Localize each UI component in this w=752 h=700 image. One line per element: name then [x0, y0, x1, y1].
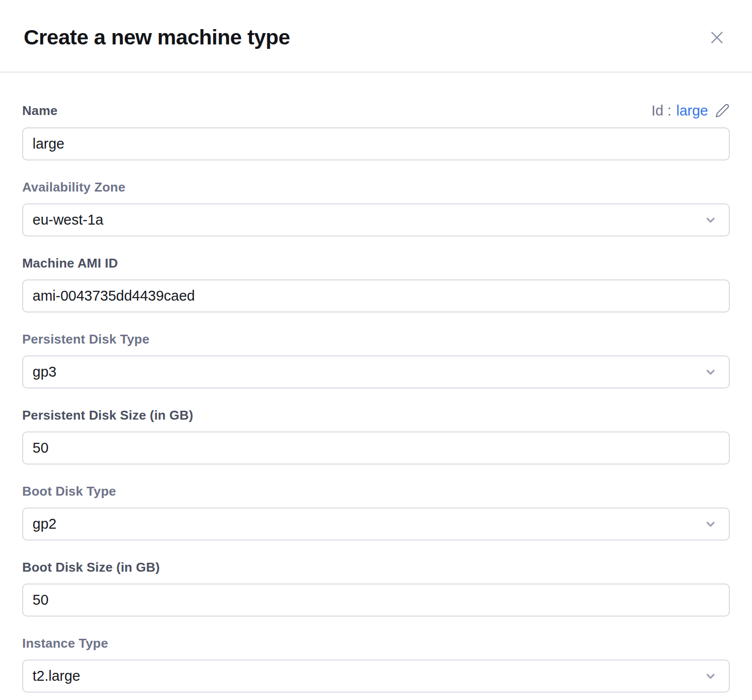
- persistent-disk-type-select[interactable]: gp3: [22, 355, 730, 389]
- close-button[interactable]: [707, 27, 727, 48]
- create-machine-type-modal: Create a new machine type Name Id : larg…: [0, 0, 752, 700]
- field-persistent-disk-type: Persistent Disk Type gp3: [22, 331, 730, 389]
- close-icon: [708, 28, 726, 47]
- modal-title: Create a new machine type: [24, 25, 290, 49]
- instance-type-label: Instance Type: [22, 635, 730, 651]
- field-boot-disk-size: Boot Disk Size (in GB): [22, 559, 730, 617]
- id-value: large: [677, 103, 709, 119]
- chevron-down-icon: [704, 214, 717, 227]
- boot-disk-type-value: gp2: [33, 516, 56, 532]
- boot-disk-size-label: Boot Disk Size (in GB): [22, 559, 730, 575]
- name-input[interactable]: [22, 127, 730, 160]
- instance-type-value: t2.large: [33, 668, 80, 684]
- availability-zone-select[interactable]: eu-west-1a: [22, 203, 730, 236]
- edit-id-button[interactable]: [715, 103, 730, 118]
- field-persistent-disk-size: Persistent Disk Size (in GB): [22, 407, 730, 465]
- field-name: Name Id : large: [22, 102, 730, 160]
- chevron-down-icon: [704, 670, 717, 683]
- chevron-down-icon: [704, 366, 717, 379]
- field-boot-disk-type: Boot Disk Type gp2: [22, 483, 730, 541]
- persistent-disk-type-label: Persistent Disk Type: [22, 331, 730, 347]
- machine-ami-id-input[interactable]: [22, 279, 730, 312]
- persistent-disk-size-input[interactable]: [22, 431, 730, 465]
- field-availability-zone: Availability Zone eu-west-1a: [22, 179, 730, 236]
- chevron-down-icon: [704, 518, 717, 531]
- availability-zone-value: eu-west-1a: [33, 212, 103, 228]
- id-label: Id :: [651, 103, 671, 119]
- persistent-disk-size-label: Persistent Disk Size (in GB): [22, 407, 730, 423]
- edit-pencil-icon: [715, 103, 730, 118]
- name-label: Name: [22, 103, 58, 118]
- boot-disk-type-select[interactable]: gp2: [22, 507, 730, 541]
- id-display: Id : large: [651, 103, 730, 119]
- boot-disk-type-label: Boot Disk Type: [22, 483, 730, 499]
- availability-zone-label: Availability Zone: [22, 179, 730, 195]
- boot-disk-size-input[interactable]: [22, 583, 730, 617]
- persistent-disk-type-value: gp3: [33, 364, 56, 380]
- name-label-row: Name Id : large: [22, 102, 730, 119]
- field-machine-ami-id: Machine AMI ID: [22, 255, 730, 312]
- field-instance-type: Instance Type t2.large: [22, 635, 730, 693]
- modal-header: Create a new machine type: [0, 0, 752, 73]
- form-body: Name Id : large Availability Zone eu-wes…: [0, 102, 752, 693]
- instance-type-select[interactable]: t2.large: [22, 660, 730, 693]
- machine-ami-id-label: Machine AMI ID: [22, 255, 730, 271]
